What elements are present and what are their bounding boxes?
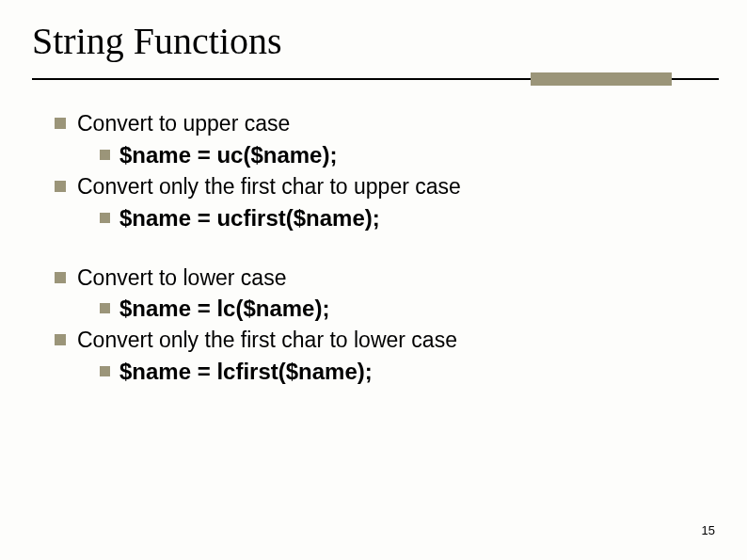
list-item-text: Convert only the first char to lower cas… <box>77 327 457 354</box>
square-bullet-icon <box>100 213 110 223</box>
list-subitem: $name = lc($name); <box>100 295 709 323</box>
square-bullet-icon <box>55 118 66 129</box>
list-subitem: $name = lcfirst($name); <box>100 358 709 386</box>
slide-body: Convert to upper case $name = uc($name);… <box>0 89 747 386</box>
list-subitem-text: $name = uc($name); <box>119 141 337 169</box>
list-subitem: $name = uc($name); <box>100 141 709 169</box>
list-item: Convert to upper case <box>55 110 709 137</box>
square-bullet-icon <box>100 303 110 313</box>
slide: String Functions Convert to upper case $… <box>0 0 747 560</box>
list-item-text: Convert to lower case <box>77 264 286 292</box>
spacer <box>55 234 709 261</box>
list-subitem-text: $name = lc($name); <box>119 295 329 323</box>
list-item: Convert only the first char to upper cas… <box>55 173 709 200</box>
square-bullet-icon <box>55 334 66 345</box>
list-item: Convert only the first char to lower cas… <box>55 327 709 354</box>
square-bullet-icon <box>100 150 110 160</box>
slide-title: String Functions <box>0 0 747 72</box>
list-subitem: $name = ucfirst($name); <box>100 204 709 232</box>
list-item-text: Convert only the first char to upper cas… <box>77 173 461 200</box>
square-bullet-icon <box>55 272 66 283</box>
title-rule-accent <box>531 72 672 86</box>
square-bullet-icon <box>55 181 66 192</box>
square-bullet-icon <box>100 366 110 376</box>
list-subitem-text: $name = ucfirst($name); <box>119 204 380 232</box>
title-rule <box>32 72 719 89</box>
page-number: 15 <box>702 523 715 537</box>
list-subitem-text: $name = lcfirst($name); <box>119 358 373 386</box>
list-item: Convert to lower case <box>55 264 709 292</box>
list-item-text: Convert to upper case <box>77 110 290 137</box>
